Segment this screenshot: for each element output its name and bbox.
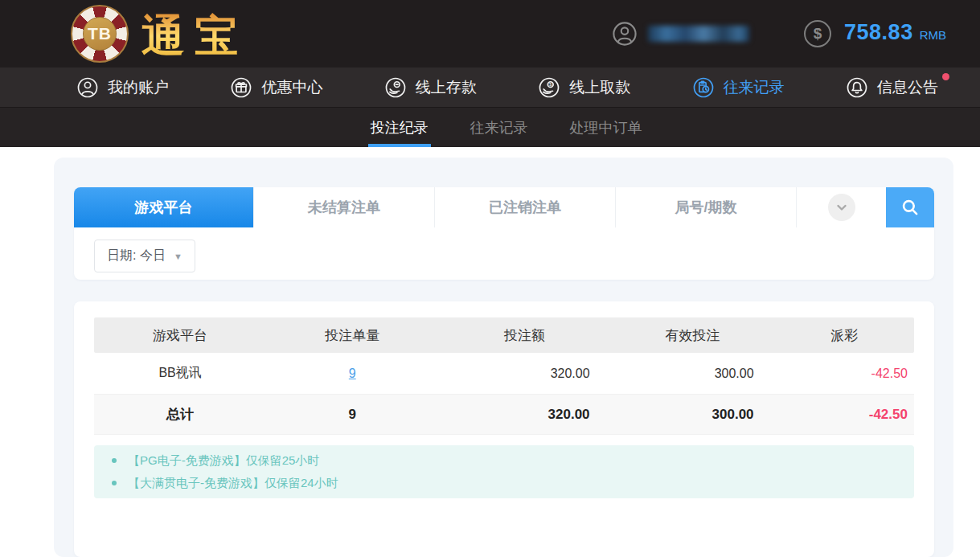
date-filter-row: 日期: 今日 ▼ xyxy=(74,227,934,285)
total-valid-bet: 300.00 xyxy=(611,407,775,423)
brand-logo[interactable]: TB 通宝 xyxy=(71,5,248,63)
caret-down-icon: ▼ xyxy=(174,252,182,261)
cell-valid-bet: 300.00 xyxy=(611,367,775,381)
main-nav: 我的账户 优惠中心 线上存款 $ 线上取款 往来记录 信息公告 xyxy=(0,68,980,108)
nav-label: 往来记录 xyxy=(724,77,785,98)
account-summary: $ 758.83 RMB xyxy=(611,20,946,47)
date-filter-label: 日期: 今日 xyxy=(107,248,166,264)
user-icon xyxy=(76,76,100,100)
col-header-platform: 游戏平台 xyxy=(94,326,266,345)
subnav-item-bet-records[interactable]: 投注纪录 xyxy=(368,108,431,147)
note-text: 【大满贯电子-免费游戏】仅保留24小时 xyxy=(128,472,338,494)
content-panel: 游戏平台 未结算注单 已注销注单 局号/期数 日期: 今日 ▼ xyxy=(54,158,953,557)
sub-nav: 投注纪录 往来记录 处理中订单 xyxy=(0,108,980,147)
more-options-button[interactable] xyxy=(796,187,886,227)
bullet-icon xyxy=(112,458,117,463)
svg-text:$: $ xyxy=(549,81,552,87)
records-clipboard-clock-icon xyxy=(691,76,716,100)
total-bet-amount: 320.00 xyxy=(438,407,610,423)
tab-cancelled-bets[interactable]: 已注销注单 xyxy=(434,187,615,227)
withdraw-coin-hand-icon: $ xyxy=(537,76,561,100)
nav-item-my-account[interactable]: 我的账户 xyxy=(76,76,169,100)
balance-currency: RMB xyxy=(920,28,946,42)
filter-tab-row: 游戏平台 未结算注单 已注销注单 局号/期数 xyxy=(74,187,934,227)
cell-payout: -42.50 xyxy=(775,367,914,381)
poker-chip-logo-icon: TB xyxy=(71,5,129,63)
tab-round-number[interactable]: 局号/期数 xyxy=(615,187,796,227)
chevron-down-icon xyxy=(828,194,855,221)
nav-item-withdraw[interactable]: $ 线上取款 xyxy=(537,76,630,100)
results-card: 游戏平台 投注单量 投注额 有效投注 派彩 BB视讯 9 320.00 300.… xyxy=(74,301,934,557)
note-line: 【PG电子-免费游戏】仅保留25小时 xyxy=(112,449,896,472)
search-button[interactable] xyxy=(886,187,934,227)
subnav-item-processing-orders[interactable]: 处理中订单 xyxy=(568,108,645,147)
date-filter-dropdown[interactable]: 日期: 今日 ▼ xyxy=(94,240,195,272)
top-bar: TB 通宝 $ 758.83 RMB xyxy=(0,0,980,68)
dollar-icon: $ xyxy=(804,20,831,47)
balance[interactable]: $ 758.83 RMB xyxy=(804,20,946,47)
table-header-row: 游戏平台 投注单量 投注额 有效投注 派彩 xyxy=(94,317,914,353)
subnav-item-transaction-records[interactable]: 往来记录 xyxy=(468,108,531,147)
logo-text: 通宝 xyxy=(141,10,248,57)
col-header-valid-bet: 有效投注 xyxy=(611,326,775,345)
nav-label: 信息公告 xyxy=(877,77,938,98)
nav-item-deposit[interactable]: 线上存款 xyxy=(383,76,477,100)
tab-unsettled-bets[interactable]: 未结算注单 xyxy=(253,187,434,227)
col-header-bet-count: 投注单量 xyxy=(266,326,438,345)
cell-bet-count: 9 xyxy=(266,367,438,381)
bell-icon xyxy=(845,76,869,100)
main-content: 游戏平台 未结算注单 已注销注单 局号/期数 日期: 今日 ▼ xyxy=(0,147,980,557)
nav-label: 优惠中心 xyxy=(261,77,322,98)
note-text: 【PG电子-免费游戏】仅保留25小时 xyxy=(128,449,319,472)
nav-label: 线上取款 xyxy=(569,77,630,98)
nav-label: 线上存款 xyxy=(416,77,477,98)
nav-item-transaction-records[interactable]: 往来记录 xyxy=(691,76,785,100)
cell-platform: BB视讯 xyxy=(94,365,266,382)
bet-summary-table: 游戏平台 投注单量 投注额 有效投注 派彩 BB视讯 9 320.00 300.… xyxy=(94,317,914,435)
nav-label: 我的账户 xyxy=(108,77,169,98)
bullet-icon xyxy=(112,481,117,485)
table-total-row: 总计 9 320.00 300.00 -42.50 xyxy=(94,395,914,435)
col-header-payout: 派彩 xyxy=(775,326,914,345)
gift-icon xyxy=(229,76,253,100)
user-avatar-icon xyxy=(611,20,638,47)
search-icon xyxy=(900,197,921,218)
deposit-coin-hand-icon xyxy=(383,76,408,100)
retention-notes: 【PG电子-免费游戏】仅保留25小时 【大满贯电子-免费游戏】仅保留24小时 xyxy=(94,445,914,498)
total-payout: -42.50 xyxy=(775,407,914,423)
notification-dot xyxy=(942,73,949,80)
username-redacted[interactable] xyxy=(648,26,749,42)
table-row: BB视讯 9 320.00 300.00 -42.50 xyxy=(94,353,914,395)
note-line: 【大满贯电子-免费游戏】仅保留24小时 xyxy=(112,472,896,494)
cell-bet-amount: 320.00 xyxy=(438,367,610,381)
total-bet-count: 9 xyxy=(266,407,438,423)
balance-amount: 758.83 xyxy=(844,20,913,45)
nav-item-promotions[interactable]: 优惠中心 xyxy=(229,76,322,100)
col-header-bet-amount: 投注额 xyxy=(438,326,610,345)
logo-badge: TB xyxy=(83,17,117,51)
filters-card: 游戏平台 未结算注单 已注销注单 局号/期数 日期: 今日 ▼ xyxy=(74,187,934,280)
bet-count-link[interactable]: 9 xyxy=(349,367,356,380)
nav-item-announcements[interactable]: 信息公告 xyxy=(845,76,938,100)
tab-game-platform[interactable]: 游戏平台 xyxy=(74,187,253,227)
total-label: 总计 xyxy=(94,405,266,424)
